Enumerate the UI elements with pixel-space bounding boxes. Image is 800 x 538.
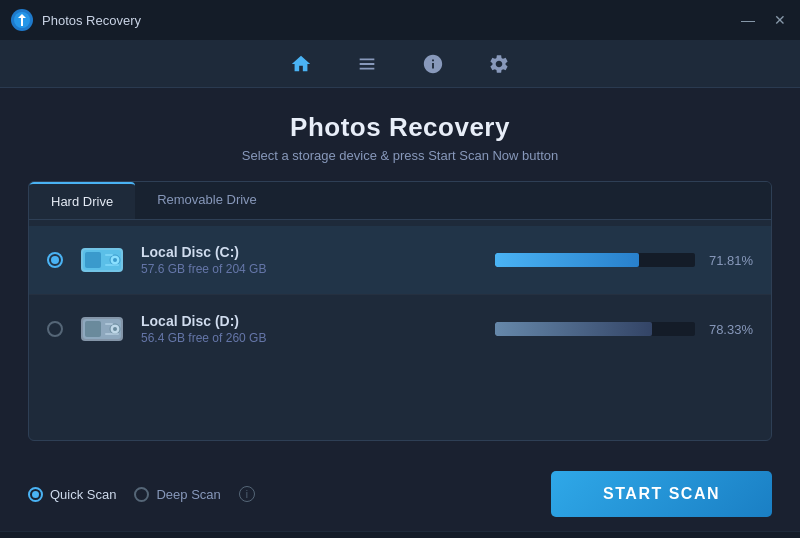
scan-radio-quick[interactable] [28,487,43,502]
nav-info-icon[interactable] [415,46,451,82]
scan-options: Quick Scan Deep Scan i [28,486,551,502]
drive-info-d: Local Disc (D:) 56.4 GB free of 260 GB [141,313,495,345]
window-controls: — ✕ [738,10,790,30]
tab-hard-drive[interactable]: Hard Drive [29,182,135,219]
svg-point-13 [113,327,117,331]
tabs: Hard Drive Removable Drive [29,182,771,220]
footer: Retrieve deleted or lost photos in minut… [0,531,800,538]
nav-home-icon[interactable] [283,46,319,82]
nav-settings-icon[interactable] [481,46,517,82]
svg-rect-15 [105,323,113,325]
drive-name-d: Local Disc (D:) [141,313,495,329]
progress-bar-bg-c [495,253,695,267]
scan-radio-deep[interactable] [134,487,149,502]
progress-bar-bg-d [495,322,695,336]
tab-removable-drive[interactable]: Removable Drive [135,182,279,219]
nav-bar [0,40,800,88]
drive-name-c: Local Disc (C:) [141,244,495,260]
svg-rect-7 [105,264,119,266]
svg-point-6 [113,258,117,262]
svg-rect-8 [105,254,113,256]
drive-item-c[interactable]: Local Disc (C:) 57.6 GB free of 204 GB 7… [29,226,771,295]
progress-label-c: 71.81% [705,253,753,268]
title-bar: Photos Recovery — ✕ [0,0,800,40]
svg-rect-14 [105,333,119,335]
progress-label-d: 78.33% [705,322,753,337]
start-scan-button[interactable]: START SCAN [551,471,772,517]
minimize-button[interactable]: — [738,10,758,30]
drive-radio-d[interactable] [47,321,63,337]
progress-bar-fill-c [495,253,639,267]
scan-option-deep[interactable]: Deep Scan [134,487,220,502]
close-button[interactable]: ✕ [770,10,790,30]
app-logo-icon [10,8,34,32]
drive-free-c: 57.6 GB free of 204 GB [141,262,495,276]
bottom-section: Quick Scan Deep Scan i START SCAN [0,457,800,531]
svg-rect-4 [85,252,101,268]
scan-option-quick[interactable]: Quick Scan [28,487,116,502]
main-content: Photos Recovery Select a storage device … [0,88,800,457]
drive-info-c: Local Disc (C:) 57.6 GB free of 204 GB [141,244,495,276]
scan-deep-label: Deep Scan [156,487,220,502]
tab-container: Hard Drive Removable Drive [28,181,772,441]
drive-icon-c [77,240,127,280]
progress-bar-fill-d [495,322,652,336]
svg-rect-11 [85,321,101,337]
drive-free-d: 56.4 GB free of 260 GB [141,331,495,345]
drive-list: Local Disc (C:) 57.6 GB free of 204 GB 7… [29,220,771,440]
drive-usage-d: 78.33% [495,322,753,337]
drive-icon-d [77,309,127,349]
scan-quick-label: Quick Scan [50,487,116,502]
page-title: Photos Recovery [28,112,772,143]
scan-info-icon[interactable]: i [239,486,255,502]
drive-usage-c: 71.81% [495,253,753,268]
drive-radio-c[interactable] [47,252,63,268]
nav-scan-icon[interactable] [349,46,385,82]
drive-item-d[interactable]: Local Disc (D:) 56.4 GB free of 260 GB 7… [29,295,771,363]
window-title: Photos Recovery [42,13,141,28]
page-subtitle: Select a storage device & press Start Sc… [28,148,772,163]
